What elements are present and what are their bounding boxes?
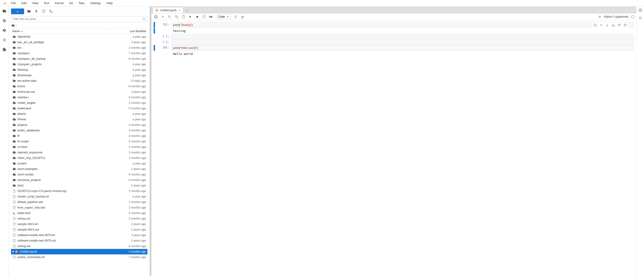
toc-icon[interactable] [2,37,7,43]
folder-item[interactable]: Downloadsa year ago [11,72,148,78]
folder-item[interactable]: cryosparc_db_backup8 months ago [11,56,148,62]
folder-item[interactable]: ondemand5 months ago [11,106,148,111]
folder-item[interactable]: relion_tmp_202307112 months ago [11,155,148,161]
file-item[interactable]: Untitled.ipynb2 months ago [11,249,148,254]
restart-icon[interactable] [202,14,207,20]
folder-item[interactable]: slurm-examples2 years ago [11,166,148,172]
code-input[interactable]: print("Testing") [171,22,634,28]
menu-settings[interactable]: Settings [88,0,104,6]
folder-item[interactable]: cryosparc_projectsa year ago [11,62,148,67]
file-item[interactable]: from_csparc_tmp.star2 months ago [11,205,148,210]
menu-view[interactable]: View [29,0,41,6]
git-label[interactable]: git [241,15,244,18]
new-launcher-button[interactable]: + [11,8,24,14]
file-item[interactable]: default_pipeline.star2 months ago [11,199,148,205]
output-prompt: . [157,28,171,34]
menu-help[interactable]: Help [104,0,116,6]
file-item[interactable]: cluster_script_backup.sha year ago [11,194,148,199]
cell-type-select[interactable]: Code [216,14,230,19]
folder-item[interactable]: Phenixa year ago [11,117,148,122]
insert-above-icon[interactable] [611,23,616,28]
save-icon[interactable] [153,14,159,20]
close-icon[interactable]: × [178,8,181,12]
insert-below-icon[interactable] [617,23,622,28]
folder-item[interactable]: hmmscan-out2 years ago [11,89,148,94]
insert-cell-icon[interactable] [160,14,166,20]
delete-icon[interactable] [623,23,628,28]
menu-file[interactable]: File [8,0,18,6]
file-item[interactable]: software-installs-test-3675.out2 years a… [11,238,148,244]
code-input[interactable]: print("Hello world") [171,45,634,51]
copy-icon[interactable] [174,14,179,20]
folder-item[interactable]: public_databases3 months ago [11,128,148,133]
file-item[interactable]: 20230712-rsync-CS-paris2-restore.log2 mo… [11,188,148,194]
debugger-icon[interactable] [597,14,602,20]
git-icon[interactable] [2,28,7,33]
kernel-name[interactable]: Python 3 (ipykernel) [604,15,628,18]
menu-edit[interactable]: Edit [18,0,29,6]
code-cell[interactable]: [5]:print("Testing") [154,22,634,28]
file-item[interactable]: useful_commands.txt7 months ago [11,254,148,260]
folder-item[interactable]: rci-tests2 months ago [11,144,148,150]
duplicate-icon[interactable] [593,23,598,28]
folder-item[interactable]: bac_arc_all_prodigal2 years ago [11,40,148,45]
tab-untitled[interactable]: Untitled.ipynb × [153,7,183,13]
folder-item[interactable]: structural_projects8 months ago [11,177,148,183]
extension-icon[interactable] [2,47,7,52]
cell-gutter [154,40,155,44]
file-item[interactable]: sample-3613.out2 years ago [11,227,148,232]
code-cell[interactable]: [ ]: [154,34,634,39]
header-name[interactable]: Name [11,29,111,34]
folder-item[interactable]: mamba-r5 months ago [11,94,148,100]
folder-item[interactable]: model_angelo3 months ago [11,100,148,106]
new-folder-icon[interactable] [26,9,32,14]
folder-item[interactable]: R-scripts5 months ago [11,139,148,144]
folder-item[interactable]: test12 years ago [11,183,148,188]
code-cell[interactable]: [4]:print("Hello world") [154,45,634,51]
file-item[interactable]: sample-3613.err2 years ago [11,221,148,227]
code-input[interactable] [171,40,634,44]
timing-icon[interactable] [233,14,238,20]
folder-item[interactable]: AlphaFolda year ago [11,34,148,40]
menu-run[interactable]: Run [41,0,52,6]
folder-item[interactable]: slurm-scripts6 months ago [11,172,148,177]
paste-icon[interactable] [181,14,186,20]
file-filter-input[interactable] [11,16,148,22]
folder-item[interactable]: phenixa year ago [11,111,148,117]
restart-run-all-icon[interactable] [208,14,214,20]
header-modified[interactable]: Last Modified [111,30,148,33]
menu-kernel[interactable]: Kernel [52,0,66,6]
run-icon[interactable] [188,14,193,20]
folder-item[interactable]: projects3 months ago [11,122,148,128]
folder-item[interactable]: em-active-data13 days ago [11,78,148,84]
breadcrumb[interactable]: / [11,22,148,28]
folder-item[interactable]: bin2 months ago [11,45,148,50]
folder-item[interactable]: scratcha year ago [11,161,148,166]
folder-item[interactable]: hmms6 months ago [11,84,148,89]
refresh-icon[interactable] [41,9,46,14]
folder-icon[interactable] [2,8,7,14]
debugger-panel-icon[interactable] [638,16,642,20]
move-down-icon[interactable] [605,23,610,28]
add-tab-button[interactable]: + [184,8,190,13]
file-item[interactable]: nohup.out2 months ago [11,216,148,221]
menu-git[interactable]: Git [66,0,76,6]
folder-item[interactable]: cryosparc7 months ago [11,50,148,56]
file-item[interactable]: software-installs-test-3675.err2 years a… [11,232,148,238]
menu-tabs[interactable]: Tabs [76,0,87,6]
git-clone-icon[interactable] [48,9,54,14]
property-inspector-icon[interactable] [638,8,642,12]
code-input[interactable] [171,34,634,39]
code-cell[interactable]: [ ]: [154,40,634,44]
folder-item[interactable]: Desktopa year ago [11,67,148,72]
cut-icon[interactable] [167,14,172,20]
kernel-status-icon[interactable] [631,15,634,18]
folder-item[interactable]: rejected_exposures3 months ago [11,150,148,155]
folder-item[interactable]: R4 months ago [11,133,148,139]
running-icon[interactable] [2,18,7,24]
file-item[interactable]: index.html5 months ago [11,210,148,216]
stop-icon[interactable] [194,14,200,20]
upload-icon[interactable] [34,9,39,14]
move-up-icon[interactable] [599,23,604,28]
file-item[interactable]: sshlog.out6 months ago [11,244,148,249]
